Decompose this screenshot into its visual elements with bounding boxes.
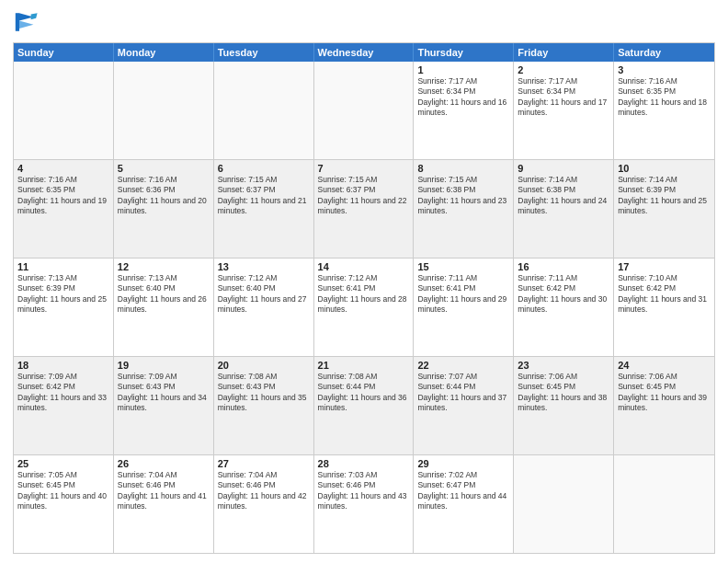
day-info: Sunrise: 7:03 AM Sunset: 6:46 PM Dayligh…	[318, 470, 410, 512]
calendar-cell-0-3	[314, 62, 415, 159]
calendar-cell-4-5	[514, 455, 614, 553]
calendar-cell-1-4: 8Sunrise: 7:15 AM Sunset: 6:38 PM Daylig…	[414, 160, 514, 258]
calendar-cell-2-1: 12Sunrise: 7:13 AM Sunset: 6:40 PM Dayli…	[114, 259, 214, 356]
day-info: Sunrise: 7:11 AM Sunset: 6:42 PM Dayligh…	[518, 273, 609, 316]
calendar-cell-4-4: 29Sunrise: 7:02 AM Sunset: 6:47 PM Dayli…	[414, 455, 514, 553]
calendar-cell-4-0: 25Sunrise: 7:05 AM Sunset: 6:45 PM Dayli…	[14, 455, 114, 553]
day-number: 29	[417, 458, 509, 469]
calendar-cell-2-2: 13Sunrise: 7:12 AM Sunset: 6:40 PM Dayli…	[214, 259, 314, 356]
day-number: 22	[417, 360, 509, 371]
day-info: Sunrise: 7:12 AM Sunset: 6:40 PM Dayligh…	[218, 273, 310, 316]
day-info: Sunrise: 7:13 AM Sunset: 6:40 PM Dayligh…	[118, 273, 210, 316]
day-number: 19	[118, 360, 210, 371]
day-info: Sunrise: 7:07 AM Sunset: 6:44 PM Dayligh…	[417, 372, 509, 414]
calendar-cell-3-2: 20Sunrise: 7:08 AM Sunset: 6:43 PM Dayli…	[214, 357, 314, 454]
calendar-body: 1Sunrise: 7:17 AM Sunset: 6:34 PM Daylig…	[14, 62, 714, 553]
day-info: Sunrise: 7:16 AM Sunset: 6:36 PM Dayligh…	[118, 175, 210, 217]
day-number: 27	[218, 458, 310, 469]
day-info: Sunrise: 7:17 AM Sunset: 6:34 PM Dayligh…	[518, 76, 609, 119]
calendar-cell-0-1	[114, 62, 214, 159]
calendar-cell-0-0	[14, 62, 114, 159]
day-info: Sunrise: 7:09 AM Sunset: 6:42 PM Dayligh…	[17, 372, 109, 414]
calendar-cell-3-5: 23Sunrise: 7:06 AM Sunset: 6:45 PM Dayli…	[514, 357, 614, 454]
day-info: Sunrise: 7:08 AM Sunset: 6:44 PM Dayligh…	[318, 372, 410, 414]
calendar-cell-1-5: 9Sunrise: 7:14 AM Sunset: 6:38 PM Daylig…	[514, 160, 614, 258]
day-number: 18	[17, 360, 109, 371]
header-cell-tuesday: Tuesday	[214, 43, 314, 62]
day-number: 4	[17, 163, 109, 174]
header-cell-thursday: Thursday	[414, 43, 514, 62]
day-number: 12	[118, 261, 210, 272]
day-number: 15	[417, 261, 509, 272]
header-cell-monday: Monday	[114, 43, 214, 62]
day-info: Sunrise: 7:15 AM Sunset: 6:37 PM Dayligh…	[318, 175, 410, 217]
day-number: 23	[518, 360, 609, 371]
calendar-cell-4-6	[614, 455, 714, 553]
day-info: Sunrise: 7:15 AM Sunset: 6:37 PM Dayligh…	[218, 175, 310, 217]
day-info: Sunrise: 7:02 AM Sunset: 6:47 PM Dayligh…	[417, 470, 509, 512]
day-info: Sunrise: 7:11 AM Sunset: 6:41 PM Dayligh…	[417, 273, 509, 316]
calendar-cell-2-0: 11Sunrise: 7:13 AM Sunset: 6:39 PM Dayli…	[14, 259, 114, 356]
day-number: 6	[218, 163, 310, 174]
day-number: 11	[17, 261, 109, 272]
calendar-header-row: SundayMondayTuesdayWednesdayThursdayFrid…	[14, 43, 714, 62]
day-info: Sunrise: 7:16 AM Sunset: 6:35 PM Dayligh…	[17, 175, 109, 217]
day-number: 5	[118, 163, 210, 174]
calendar-row-0: 1Sunrise: 7:17 AM Sunset: 6:34 PM Daylig…	[14, 62, 714, 159]
svg-marker-2	[19, 21, 33, 29]
day-info: Sunrise: 7:05 AM Sunset: 6:45 PM Dayligh…	[17, 470, 109, 512]
day-number: 14	[318, 261, 410, 272]
day-info: Sunrise: 7:08 AM Sunset: 6:43 PM Dayligh…	[218, 372, 310, 414]
day-number: 2	[518, 64, 609, 75]
calendar-cell-4-2: 27Sunrise: 7:04 AM Sunset: 6:46 PM Dayli…	[214, 455, 314, 553]
calendar-cell-2-5: 16Sunrise: 7:11 AM Sunset: 6:42 PM Dayli…	[514, 259, 614, 356]
calendar-cell-2-3: 14Sunrise: 7:12 AM Sunset: 6:41 PM Dayli…	[314, 259, 415, 356]
calendar: SundayMondayTuesdayWednesdayThursdayFrid…	[13, 42, 715, 554]
day-info: Sunrise: 7:14 AM Sunset: 6:39 PM Dayligh…	[618, 175, 711, 217]
day-info: Sunrise: 7:17 AM Sunset: 6:34 PM Dayligh…	[417, 76, 509, 119]
day-number: 13	[218, 261, 310, 272]
day-info: Sunrise: 7:14 AM Sunset: 6:38 PM Dayligh…	[518, 175, 609, 217]
logo-icon	[13, 9, 39, 35]
day-number: 25	[17, 458, 109, 469]
day-info: Sunrise: 7:04 AM Sunset: 6:46 PM Dayligh…	[118, 470, 210, 512]
calendar-cell-4-3: 28Sunrise: 7:03 AM Sunset: 6:46 PM Dayli…	[314, 455, 415, 553]
header-cell-sunday: Sunday	[14, 43, 114, 62]
day-number: 8	[417, 163, 509, 174]
day-number: 1	[417, 64, 509, 75]
header	[13, 9, 715, 35]
day-number: 3	[618, 64, 711, 75]
calendar-cell-2-4: 15Sunrise: 7:11 AM Sunset: 6:41 PM Dayli…	[414, 259, 514, 356]
svg-rect-0	[16, 13, 19, 31]
day-number: 26	[118, 458, 210, 469]
day-info: Sunrise: 7:09 AM Sunset: 6:43 PM Dayligh…	[118, 372, 210, 414]
calendar-cell-3-4: 22Sunrise: 7:07 AM Sunset: 6:44 PM Dayli…	[414, 357, 514, 454]
calendar-cell-1-6: 10Sunrise: 7:14 AM Sunset: 6:39 PM Dayli…	[614, 160, 714, 258]
day-number: 24	[618, 360, 711, 371]
day-number: 20	[218, 360, 310, 371]
day-info: Sunrise: 7:12 AM Sunset: 6:41 PM Dayligh…	[318, 273, 410, 316]
day-number: 16	[518, 261, 609, 272]
calendar-cell-0-5: 2Sunrise: 7:17 AM Sunset: 6:34 PM Daylig…	[514, 62, 614, 159]
calendar-cell-3-1: 19Sunrise: 7:09 AM Sunset: 6:43 PM Dayli…	[114, 357, 214, 454]
day-info: Sunrise: 7:16 AM Sunset: 6:35 PM Dayligh…	[618, 76, 711, 119]
day-number: 21	[318, 360, 410, 371]
calendar-cell-1-1: 5Sunrise: 7:16 AM Sunset: 6:36 PM Daylig…	[114, 160, 214, 258]
day-number: 7	[318, 163, 410, 174]
day-number: 28	[318, 458, 410, 469]
logo	[13, 9, 42, 35]
day-info: Sunrise: 7:15 AM Sunset: 6:38 PM Dayligh…	[417, 175, 509, 217]
day-number: 10	[618, 163, 711, 174]
calendar-cell-0-6: 3Sunrise: 7:16 AM Sunset: 6:35 PM Daylig…	[614, 62, 714, 159]
calendar-row-3: 18Sunrise: 7:09 AM Sunset: 6:42 PM Dayli…	[14, 356, 714, 454]
calendar-cell-0-2	[214, 62, 314, 159]
calendar-cell-3-6: 24Sunrise: 7:06 AM Sunset: 6:45 PM Dayli…	[614, 357, 714, 454]
calendar-cell-4-1: 26Sunrise: 7:04 AM Sunset: 6:46 PM Dayli…	[114, 455, 214, 553]
header-cell-wednesday: Wednesday	[314, 43, 415, 62]
calendar-row-4: 25Sunrise: 7:05 AM Sunset: 6:45 PM Dayli…	[14, 454, 714, 553]
calendar-row-1: 4Sunrise: 7:16 AM Sunset: 6:35 PM Daylig…	[14, 159, 714, 258]
calendar-cell-0-4: 1Sunrise: 7:17 AM Sunset: 6:34 PM Daylig…	[414, 62, 514, 159]
calendar-cell-3-3: 21Sunrise: 7:08 AM Sunset: 6:44 PM Dayli…	[314, 357, 415, 454]
calendar-cell-1-2: 6Sunrise: 7:15 AM Sunset: 6:37 PM Daylig…	[214, 160, 314, 258]
page: SundayMondayTuesdayWednesdayThursdayFrid…	[0, 0, 728, 563]
